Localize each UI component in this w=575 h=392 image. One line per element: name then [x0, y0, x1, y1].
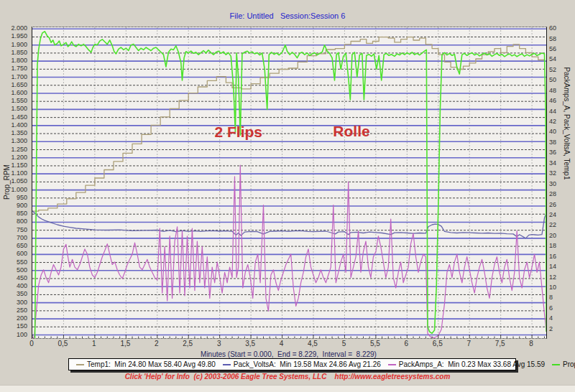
- x-axis-tick-label: 1,5: [120, 340, 130, 347]
- right-axis-tick-label: 54: [549, 56, 556, 62]
- left-axis-tick-label: 1.350: [11, 130, 27, 136]
- x-axis-tick-label: 5: [342, 340, 346, 347]
- right-axis-tick-label: 32: [549, 170, 556, 177]
- legend-entry-pack_voltsa: Pack_VoltsA: Min 19.58 Max 24.86 Avg 21.…: [216, 360, 381, 368]
- x-axis-tick-label: 6: [405, 340, 409, 347]
- left-axis-tick-label: 800: [17, 218, 27, 225]
- x-axis-tick-label: 5,5: [370, 340, 380, 347]
- right-axis-tick-label: 14: [549, 263, 556, 270]
- left-axis-tick-label: 1.800: [11, 57, 27, 64]
- x-axis-tick-label: 3: [217, 340, 221, 347]
- right-axis-tick-label: 38: [549, 139, 556, 146]
- left-axis-tick-label: 100: [17, 332, 27, 338]
- right-axis-tick-label: 34: [549, 160, 556, 167]
- legend-swatch: [223, 364, 231, 365]
- right-axis-tick-label: 28: [549, 191, 556, 197]
- x-axis-tick-label: 6,5: [433, 340, 443, 347]
- left-axis-tick-label: 450: [17, 275, 27, 281]
- left-axis-tick-label: 650: [17, 243, 27, 249]
- left-axis-tick-label: 1.400: [11, 122, 27, 129]
- legend-entry-prop_rpm: Prop_RPM: Min 60.02 Max 1984.22 Avg 1780…: [545, 360, 575, 368]
- right-axis-tick-label: 42: [549, 118, 556, 125]
- left-axis-tick-label: 1.850: [11, 50, 27, 56]
- right-axis-tick-label: 16: [549, 253, 556, 260]
- left-axis-tick-label: 950: [17, 195, 27, 201]
- right-axis-tick-label: 58: [549, 36, 556, 42]
- left-axis-tick-label: 1.150: [11, 162, 27, 169]
- left-axis-tick-label: 550: [17, 259, 27, 266]
- left-axis-tick-label: 1.500: [11, 106, 27, 112]
- left-axis-tick-label: 1.600: [11, 90, 27, 96]
- right-axis-tick-label: 40: [549, 129, 556, 135]
- left-axis-tick-label: 1.900: [11, 42, 27, 48]
- legend-series-stats: Min 19.58 Max 24.86 Avg 21.26: [280, 360, 380, 368]
- right-axis-tick-label: 6: [549, 305, 553, 312]
- left-axis-tick-label: 500: [17, 267, 27, 274]
- left-axis-labels: 1001502002503003504004505005506006507007…: [0, 27, 29, 337]
- legend-series-name: Prop_RPM:: [563, 360, 575, 368]
- left-axis-tick-label: 400: [17, 283, 27, 289]
- left-axis-tick-label: 1.250: [11, 146, 27, 153]
- x-axis-tick-label: 1: [92, 340, 96, 347]
- legend-swatch: [552, 364, 560, 365]
- right-axis-tick-label: 60: [549, 25, 556, 32]
- legend: Temp1: Min 24.80 Max 58.40 Avg 49.80Pack…: [68, 358, 516, 370]
- left-axis-tick-label: 750: [17, 227, 27, 233]
- left-axis-tick-label: 850: [17, 210, 27, 217]
- left-axis-tick-label: 1.750: [11, 65, 27, 72]
- left-axis-tick-label: 1.000: [11, 187, 27, 193]
- legend-swatch: [388, 364, 396, 365]
- left-axis-tick-label: 250: [17, 307, 27, 314]
- right-axis-tick-label: 50: [549, 77, 556, 83]
- right-axis-tick-label: 46: [549, 98, 556, 104]
- legend-series-name: Pack_VoltsA:: [234, 360, 280, 368]
- left-axis-tick-label: 900: [17, 202, 27, 209]
- legend-series-stats: Min 0.23 Max 33.68 Avg 15.59: [448, 360, 545, 368]
- annotation-rolle: Rolle: [333, 123, 369, 140]
- right-axis-tick-label: 30: [549, 181, 556, 187]
- left-axis-tick-label: 700: [17, 235, 27, 241]
- left-axis-tick-label: 1.550: [11, 98, 27, 104]
- right-axis-tick-label: 2: [549, 326, 553, 332]
- x-axis-tick-label: 7,5: [495, 340, 505, 347]
- right-axis-tick-label: 18: [549, 243, 556, 249]
- x-axis-tick-label: 2: [155, 340, 159, 347]
- x-axis-tick-label: 2,5: [183, 340, 193, 347]
- left-axis-tick-label: 2.000: [11, 25, 27, 32]
- left-axis-tick-label: 1.050: [11, 178, 27, 185]
- left-axis-tick-label: 1.100: [11, 170, 27, 177]
- x-axis-tick-label: 8: [529, 340, 533, 347]
- left-axis-tick-label: 350: [17, 291, 27, 297]
- right-axis-labels: 2468101214161820222426283032343638404244…: [548, 27, 569, 337]
- right-axis-tick-label: 22: [549, 222, 556, 228]
- footer-help-text[interactable]: Click 'Help' for Info (c) 2003-2006 Eagl…: [0, 373, 575, 381]
- right-axis-tick-label: 36: [549, 149, 556, 156]
- legend-series-stats: Min 24.80 Max 58.40 Avg 49.80: [114, 360, 215, 368]
- right-axis-tick-label: 48: [549, 88, 556, 94]
- right-axis-tick-label: 44: [549, 108, 556, 115]
- x-axis-tick-label: 3,5: [245, 340, 255, 347]
- left-axis-tick-label: 150: [17, 323, 27, 330]
- legend-entry-packamps_a: PackAmps_A: Min 0.23 Max 33.68 Avg 15.59: [381, 360, 545, 368]
- plot-area: 2 FlipsRolle: [32, 27, 547, 339]
- legend-swatch: [76, 364, 84, 365]
- x-axis-labels: 00,511,522,533,544,555,566,577,58: [32, 340, 546, 349]
- annotation-2-flips: 2 Flips: [214, 123, 262, 141]
- left-axis-tick-label: 1.200: [11, 154, 27, 161]
- right-axis-tick-label: 10: [549, 284, 556, 291]
- x-axis-title: Minutes (Start = 0.000, End = 8.229, Int…: [32, 350, 546, 358]
- x-axis-tick-label: 4,5: [308, 340, 318, 347]
- x-axis-tick-label: 0: [29, 340, 34, 347]
- x-axis-tick-label: 0,5: [58, 340, 68, 347]
- left-axis-tick-label: 1.700: [11, 74, 27, 80]
- plot-svg: [32, 27, 546, 338]
- left-axis-tick-label: 600: [17, 251, 27, 257]
- series-temp1: [32, 37, 545, 212]
- left-axis-tick-label: 1.450: [11, 114, 27, 121]
- legend-entry-temp1: Temp1: Min 24.80 Max 58.40 Avg 49.80: [69, 360, 216, 368]
- right-axis-tick-label: 12: [549, 274, 556, 281]
- right-axis-tick-label: 4: [549, 315, 553, 322]
- right-axis-tick-label: 56: [549, 46, 556, 52]
- left-axis-tick-label: 1.300: [11, 138, 27, 144]
- legend-series-name: Temp1:: [87, 360, 114, 368]
